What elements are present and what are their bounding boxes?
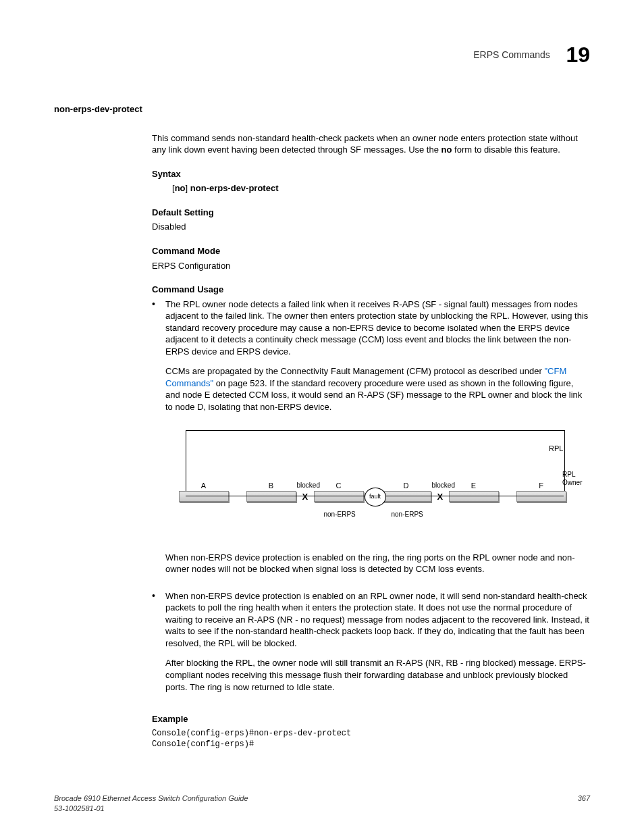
usage-b2-p2: After blocking the RPL, the owner node w… xyxy=(165,657,590,693)
usage-b1-p3: When non-ERPS device protection is enabl… xyxy=(165,552,590,575)
non-erps-label-2: non-ERPS xyxy=(392,510,423,519)
intro-paragraph: This command sends non-standard health-c… xyxy=(152,132,590,156)
example-heading: Example xyxy=(152,713,590,725)
non-erps-label-1: non-ERPS xyxy=(324,510,356,519)
rpl-label: RPL xyxy=(549,444,563,454)
chapter-number: 19 xyxy=(566,41,590,70)
footer-left: Brocade 6910 Ethernet Access Switch Conf… xyxy=(54,793,248,814)
usage-b2-p1: When non-ERPS device protection is enabl… xyxy=(165,590,590,650)
default-setting-value: Disabled xyxy=(152,221,590,233)
command-name-heading: non-erps-dev-protect xyxy=(54,103,590,115)
x-mark-2: X xyxy=(437,491,444,503)
page-footer: Brocade 6910 Ethernet Access Switch Conf… xyxy=(54,793,590,814)
blocked-label-1: blocked xyxy=(297,481,320,490)
default-setting-heading: Default Setting xyxy=(152,207,590,219)
command-usage-heading: Command Usage xyxy=(152,284,590,296)
x-mark-1: X xyxy=(302,491,308,503)
blocked-label-2: blocked xyxy=(432,481,455,490)
syntax-heading: Syntax xyxy=(152,168,590,180)
command-mode-heading: Command Mode xyxy=(152,245,590,257)
example-code: Console(config-erps)#non-erps-dev-protec… xyxy=(152,728,590,750)
usage-bullet-1: • The RPL owner node detects a failed li… xyxy=(152,298,590,583)
usage-b1-p1: The RPL owner node detects a failed link… xyxy=(165,298,590,358)
bullet-icon: • xyxy=(152,298,165,583)
command-mode-value: ERPS Configuration xyxy=(152,260,590,272)
usage-b1-p2: CCMs are propagated by the Connectivity … xyxy=(165,365,590,413)
ring-topology-diagram: RPL RPLOwner A B C D E F blocked X xyxy=(179,423,577,538)
footer-page-number: 367 xyxy=(578,793,590,814)
usage-bullet-2: • When non-ERPS device protection is ena… xyxy=(152,590,590,701)
syntax-line: [no] non-erps-dev-protect xyxy=(172,182,590,194)
fault-circle: fault xyxy=(365,488,386,506)
section-title: ERPS Commands xyxy=(473,49,550,61)
bullet-icon: • xyxy=(152,590,165,701)
page-header: ERPS Commands 19 xyxy=(54,41,590,70)
